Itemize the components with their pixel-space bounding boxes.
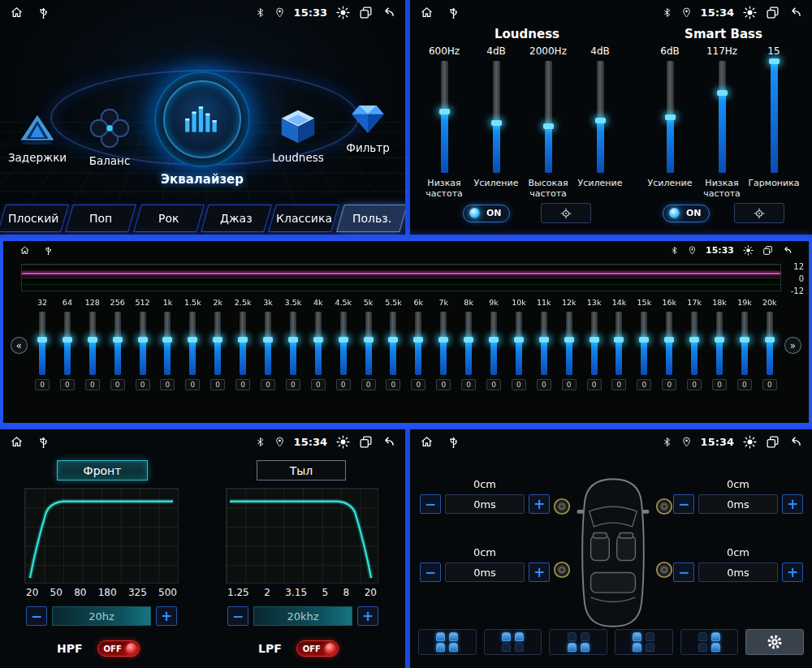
delay-plus-button[interactable]: + [529, 494, 550, 514]
band-slider[interactable] [691, 312, 698, 375]
band-slider[interactable] [140, 312, 146, 375]
band-slider[interactable] [516, 312, 522, 375]
menu-item-equalizer[interactable] [154, 71, 250, 167]
band-slider[interactable] [240, 312, 246, 375]
vertical-slider[interactable] [771, 61, 778, 173]
brightness-icon[interactable] [743, 6, 757, 19]
band-slider-handle[interactable] [464, 337, 473, 343]
listening-position-button[interactable] [484, 629, 542, 655]
slider-handle[interactable] [717, 90, 728, 96]
band-slider[interactable] [741, 312, 748, 375]
brightness-icon[interactable] [743, 435, 757, 449]
preset-rock[interactable]: Рок [133, 205, 205, 232]
band-slider[interactable] [415, 312, 421, 375]
band-slider-handle[interactable] [438, 337, 448, 343]
delay-settings-button[interactable] [745, 629, 804, 655]
slider-handle[interactable] [595, 118, 606, 123]
band-slider-handle[interactable] [113, 337, 123, 343]
recents-icon[interactable] [762, 245, 773, 256]
band-slider[interactable] [541, 312, 547, 375]
band-slider-handle[interactable] [689, 337, 699, 343]
band-slider-handle[interactable] [614, 337, 624, 343]
smartbass-on-toggle[interactable]: ON [663, 205, 710, 222]
recents-icon[interactable] [766, 6, 780, 19]
band-slider[interactable] [39, 312, 45, 375]
hpf-plus-button[interactable]: + [156, 606, 177, 626]
page-right-button[interactable]: » [784, 337, 801, 354]
delay-plus-button[interactable]: + [529, 562, 550, 582]
band-slider-handle[interactable] [138, 337, 148, 343]
back-icon[interactable] [788, 6, 802, 19]
recents-icon[interactable] [766, 435, 780, 449]
vertical-slider[interactable] [493, 61, 500, 173]
band-slider[interactable] [265, 312, 271, 375]
band-slider-handle[interactable] [263, 337, 273, 343]
lpf-plus-button[interactable]: + [357, 606, 378, 626]
delay-plus-button[interactable]: + [782, 562, 803, 582]
slider-handle[interactable] [769, 58, 780, 64]
hpf-minus-button[interactable]: − [26, 606, 47, 626]
band-slider[interactable] [340, 312, 347, 375]
back-icon[interactable] [382, 6, 395, 19]
delay-minus-button[interactable]: − [673, 562, 694, 582]
tab-front[interactable]: Фронт [57, 460, 148, 481]
band-slider[interactable] [164, 312, 171, 375]
band-slider-handle[interactable] [162, 337, 172, 343]
band-slider[interactable] [666, 312, 672, 375]
listening-position-button[interactable] [615, 629, 673, 655]
band-slider-handle[interactable] [489, 337, 499, 343]
band-slider[interactable] [365, 312, 372, 375]
band-slider[interactable] [64, 312, 71, 375]
band-slider[interactable] [767, 312, 773, 375]
band-slider[interactable] [315, 312, 322, 375]
home-icon[interactable] [19, 245, 30, 256]
home-icon[interactable] [10, 435, 24, 449]
delay-plus-button[interactable]: + [782, 494, 803, 514]
band-slider-handle[interactable] [413, 337, 423, 343]
home-icon[interactable] [420, 6, 434, 19]
vertical-slider[interactable] [441, 61, 448, 173]
band-slider[interactable] [390, 312, 396, 375]
recents-icon[interactable] [359, 435, 373, 449]
preset-user[interactable]: Польз. [336, 205, 405, 232]
band-slider-handle[interactable] [238, 337, 248, 343]
band-slider-handle[interactable] [564, 337, 574, 343]
listening-position-button[interactable] [549, 629, 607, 655]
hpf-off-toggle[interactable]: OFF [97, 640, 140, 657]
menu-item-delays[interactable]: Задержки [2, 112, 73, 164]
band-slider-handle[interactable] [539, 337, 549, 343]
tab-rear[interactable]: Тыл [257, 460, 346, 481]
home-icon[interactable] [10, 6, 24, 19]
band-slider[interactable] [114, 312, 121, 375]
band-slider-handle[interactable] [37, 337, 47, 343]
band-slider[interactable] [290, 312, 296, 375]
band-slider-handle[interactable] [339, 337, 348, 343]
band-slider[interactable] [615, 312, 622, 375]
back-icon[interactable] [788, 435, 802, 449]
band-slider-handle[interactable] [740, 337, 749, 343]
slider-handle[interactable] [439, 109, 450, 114]
band-slider-handle[interactable] [514, 337, 524, 343]
vertical-slider[interactable] [667, 61, 674, 173]
menu-item-filter[interactable]: Фильтр [333, 101, 403, 154]
band-slider-handle[interactable] [288, 337, 298, 343]
page-left-button[interactable]: « [11, 337, 28, 354]
smartbass-target-button[interactable] [734, 203, 784, 223]
vertical-slider[interactable] [545, 61, 552, 173]
loudness-target-button[interactable] [541, 203, 591, 223]
band-slider-handle[interactable] [388, 337, 398, 343]
band-slider-handle[interactable] [88, 337, 97, 343]
band-slider[interactable] [189, 312, 196, 375]
band-slider-handle[interactable] [313, 337, 323, 343]
slider-handle[interactable] [491, 120, 502, 126]
brightness-icon[interactable] [336, 6, 350, 19]
preset-jazz[interactable]: Джаз [201, 205, 272, 232]
delay-minus-button[interactable]: − [420, 562, 441, 582]
brightness-icon[interactable] [336, 435, 350, 449]
back-icon[interactable] [782, 245, 793, 256]
recents-icon[interactable] [359, 6, 373, 19]
lpf-frequency-slider[interactable]: 20khz [253, 606, 352, 626]
slider-handle[interactable] [665, 114, 676, 120]
brightness-icon[interactable] [743, 245, 754, 256]
preset-flat[interactable]: Плоский [0, 205, 69, 232]
